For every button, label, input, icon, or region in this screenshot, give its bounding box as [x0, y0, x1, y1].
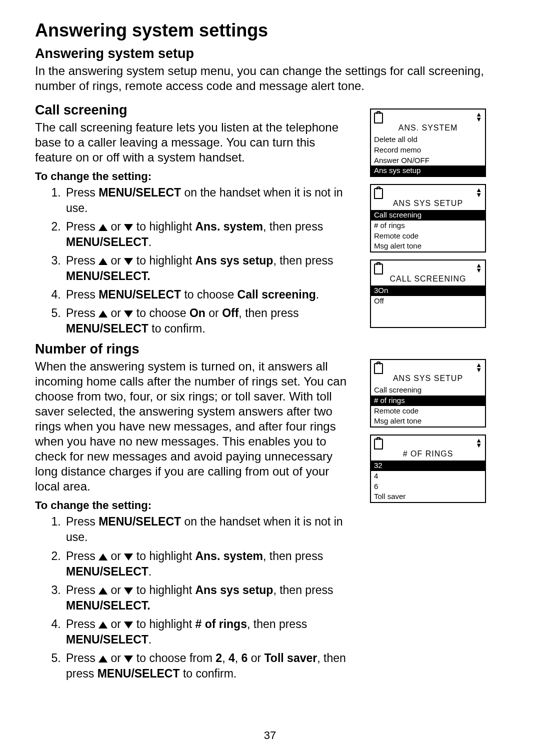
lcd-row [371, 316, 485, 327]
lcd-row-selected: # of rings [371, 396, 485, 406]
text: Press [66, 584, 98, 596]
text: , then press [273, 254, 333, 267]
text: MENU [66, 322, 100, 335]
text: 6 [242, 652, 248, 664]
text: Off [222, 306, 238, 320]
text: /SELECT [100, 236, 148, 248]
text: to highlight [133, 220, 195, 233]
triangle-down-icon [124, 224, 133, 231]
up-down-arrows-icon: ▲▼ [476, 263, 482, 273]
text: Call screening [238, 288, 316, 301]
section-number-of-rings-heading: Number of rings [35, 342, 355, 357]
text: Press [66, 254, 98, 267]
lcd-row: Call screening [371, 385, 485, 396]
text: or [108, 550, 124, 562]
text: or [108, 220, 124, 233]
lcd-row-selected: Ans sys setup [371, 166, 485, 176]
change-setting-heading: To change the setting: [35, 170, 355, 183]
up-down-arrows-icon: ▲▼ [476, 362, 482, 372]
text: Ans. system [195, 220, 263, 233]
lcd-title: CALL SCREENING [371, 274, 485, 286]
list-item: Press or to choose On or Off, then press… [64, 306, 355, 336]
triangle-down-icon [124, 588, 133, 594]
number-of-rings-steps: Press MENU/SELECT on the handset when it… [35, 514, 355, 681]
text: SELECT [136, 186, 181, 199]
text: Ans sys setup [195, 254, 273, 267]
list-item: Press or to choose from 2, 4, 6 or Toll … [64, 650, 355, 682]
text: . [148, 236, 152, 248]
section-ans-sys-setup-heading: Answering system setup [35, 46, 505, 62]
page-number: 37 [0, 729, 540, 742]
text: to choose [181, 288, 238, 301]
text: or [248, 652, 264, 664]
text: MENU [98, 288, 132, 301]
triangle-down-icon [124, 258, 133, 265]
text: , [235, 652, 242, 664]
lcd-row: Msg alert tone [371, 241, 485, 252]
triangle-down-icon [124, 656, 133, 662]
up-down-arrows-icon: ▲▼ [476, 188, 482, 198]
lcd-title: ANS SYS SETUP [371, 374, 485, 385]
text: or [108, 584, 124, 596]
lcd-row: 4 [371, 471, 485, 482]
text: , then press [238, 306, 298, 320]
text: or [108, 254, 124, 267]
text: or [108, 618, 124, 630]
list-item: Press or to highlight # of rings, then p… [64, 616, 355, 648]
lcd-row: Off [371, 296, 485, 306]
lcd-ans-sys-setup: ▲▼ ANS SYS SETUP Call screening # of rin… [370, 184, 486, 252]
triangle-up-icon [98, 588, 108, 594]
lcd-row-selected: 32 [371, 460, 485, 471]
list-item: Press MENU/SELECT on the handset when it… [64, 514, 355, 545]
triangle-up-icon [98, 224, 108, 231]
text: SELECT [136, 515, 181, 528]
triangle-down-icon [124, 310, 133, 318]
phone-icon [374, 438, 383, 450]
text: MENU [66, 270, 100, 282]
text: . [148, 633, 152, 646]
lcd-title: # OF RINGS [371, 450, 485, 460]
list-item: Press or to highlight Ans. system, then … [64, 548, 355, 580]
section-ans-sys-setup-body: In the answering system setup menu, you … [35, 64, 505, 94]
text: , then press [273, 584, 333, 596]
text: to highlight [133, 550, 195, 562]
text: or [206, 306, 222, 320]
phone-icon [374, 188, 383, 199]
text: . [148, 565, 152, 578]
lcd-ans-system: ▲▼ ANS. SYSTEM Delete all old Record mem… [370, 108, 486, 177]
lcd-row: # of rings [371, 220, 485, 231]
phone-icon [374, 112, 383, 124]
text: Press [66, 288, 98, 301]
triangle-down-icon [124, 554, 133, 560]
text: Press [66, 220, 98, 233]
text: , then press [263, 220, 323, 233]
text: MENU [66, 565, 100, 578]
text: Press [66, 515, 98, 528]
text: /SELECT [100, 322, 148, 335]
up-down-arrows-icon: ▲▼ [476, 438, 482, 448]
lcd-ans-sys-setup-2: ▲▼ ANS SYS SETUP Call screening # of rin… [370, 359, 486, 428]
text: MENU/ [98, 515, 136, 528]
list-item: Press or to highlight Ans sys setup, the… [64, 253, 355, 284]
lcd-row: Record memo [371, 145, 485, 156]
text: to highlight [133, 618, 195, 630]
lcd-row: Toll saver [371, 492, 485, 502]
page-title: Answering system settings [35, 20, 505, 41]
text: to highlight [133, 254, 195, 267]
text: or [108, 306, 124, 320]
text: , then press [263, 550, 323, 562]
text: Ans sys setup [195, 584, 273, 596]
triangle-up-icon [98, 310, 108, 318]
text: MENU [98, 667, 132, 680]
lcd-title: ANS SYS SETUP [371, 199, 485, 210]
text: Ans. system [195, 550, 263, 562]
text: MENU [66, 236, 100, 248]
text: Press [66, 618, 98, 630]
lcd-row [371, 306, 485, 317]
text: /SELECT [100, 633, 148, 646]
text: to choose [133, 306, 190, 320]
lcd-title: ANS. SYSTEM [371, 124, 485, 134]
section-call-screening-body: The call screening feature lets you list… [35, 120, 355, 165]
text: or [108, 652, 124, 664]
triangle-up-icon [98, 622, 108, 628]
